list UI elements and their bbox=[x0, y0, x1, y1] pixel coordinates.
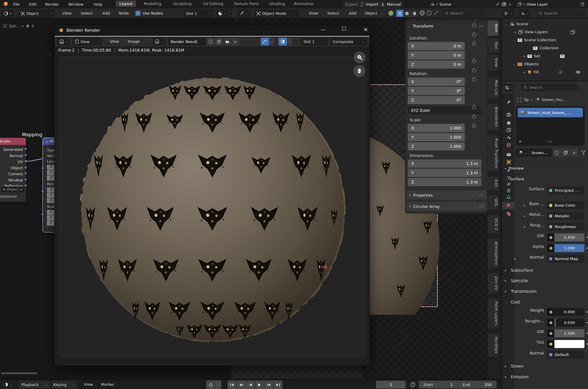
shading-solid-button[interactable] bbox=[396, 10, 403, 17]
outliner-row-view-layers[interactable]: ▸ View Layers bbox=[515, 28, 575, 36]
import-button[interactable]: Import bbox=[366, 2, 379, 7]
previous-keyframe-button[interactable] bbox=[237, 380, 246, 389]
gizmo-globe-icon[interactable] bbox=[426, 10, 432, 16]
coat-weight-slider[interactable]: 0.000 bbox=[547, 308, 584, 316]
properties-tab-view-layer[interactable] bbox=[503, 126, 514, 134]
timeline-menu-marker[interactable]: Marker bbox=[98, 382, 117, 387]
tab-edit[interactable]: Edit bbox=[488, 176, 499, 191]
outliner-row-collection[interactable]: Collection bbox=[533, 44, 559, 52]
current-frame-field[interactable]: 2 bbox=[376, 381, 406, 388]
ior-slider[interactable]: 1.450 bbox=[547, 233, 584, 241]
tab-pivot-transform[interactable]: Pivot Transform bbox=[488, 135, 499, 172]
open-image-button[interactable] bbox=[223, 38, 231, 45]
fake-user-button[interactable] bbox=[207, 38, 214, 45]
scale-x-field[interactable]: X1.000 bbox=[408, 124, 465, 132]
coat-ior-slider[interactable]: 1.500 bbox=[547, 329, 584, 337]
material-slot-selected[interactable]: brown_mud_leaves_... bbox=[518, 108, 583, 117]
tab-atmosphere[interactable]: Atmosphere bbox=[488, 238, 499, 269]
properties-search[interactable] bbox=[521, 84, 578, 91]
tab-mat-list[interactable]: Mat List bbox=[488, 77, 499, 99]
shader-menu-view[interactable]: View bbox=[59, 11, 75, 15]
overlays-globe-icon[interactable] bbox=[419, 10, 425, 16]
image-editor-type-button[interactable]: ⌄ bbox=[57, 38, 70, 45]
viewport-menu-view[interactable]: View bbox=[306, 11, 321, 15]
menu-edit[interactable]: Edit bbox=[26, 2, 39, 7]
image-name-field[interactable]: Render Result bbox=[168, 38, 206, 45]
lock-icons-column[interactable] bbox=[472, 20, 478, 163]
minimize-button[interactable]: — bbox=[321, 27, 325, 32]
properties-tab-tool[interactable] bbox=[503, 99, 514, 106]
render-window[interactable]: Blender Render — ✕ ⌄ View⌄ View Image ⌄ … bbox=[54, 24, 370, 366]
dimensions-x-field[interactable]: X1.3 m bbox=[408, 159, 481, 168]
viewport-menu-add[interactable]: Add bbox=[346, 11, 359, 15]
workspace-tab-sculpting[interactable]: Sculpting bbox=[170, 1, 195, 7]
tab-hardops[interactable]: HardOps bbox=[488, 333, 499, 357]
material-browse-button[interactable]: ⌄ bbox=[516, 148, 529, 157]
menu-file[interactable]: File bbox=[10, 2, 23, 7]
coat-tint-color[interactable] bbox=[547, 340, 584, 348]
view-layers-badge-icon[interactable] bbox=[570, 30, 575, 34]
workspace-tab-animation[interactable]: Animation bbox=[290, 1, 317, 7]
outliner-row-objects[interactable]: ⌄ Objects bbox=[513, 60, 539, 68]
shader-menu-select[interactable]: Select bbox=[78, 11, 96, 15]
dimensions-y-field[interactable]: Y1.3 m bbox=[408, 169, 481, 177]
metallic-input[interactable]: Metallic bbox=[547, 212, 584, 220]
view-transform-button[interactable] bbox=[261, 38, 269, 45]
play-reverse-button[interactable] bbox=[246, 380, 255, 389]
socket-mapping-scale[interactable] bbox=[41, 213, 44, 216]
surface-shader-dropdown[interactable]: Principled ... bbox=[547, 186, 584, 194]
unlink-scene-button[interactable]: × bbox=[508, 2, 512, 7]
socket-mapping-rotation[interactable] bbox=[41, 190, 44, 192]
close-button[interactable]: ✕ bbox=[363, 26, 368, 33]
properties-tab-render[interactable] bbox=[503, 111, 514, 118]
timeline-editor-type-button[interactable]: ⌄ bbox=[2, 381, 14, 388]
rotation-y-field[interactable]: Y0° bbox=[408, 87, 465, 95]
properties-tab-world[interactable] bbox=[503, 141, 514, 148]
transform-collapse-chevron[interactable]: ⌄ bbox=[408, 25, 411, 28]
surface-panel-header[interactable]: ⌄Surface bbox=[505, 174, 586, 181]
copy-view-layer-icon[interactable] bbox=[581, 2, 584, 6]
coat-normal-input[interactable]: Default bbox=[547, 351, 584, 359]
outliner-row-set[interactable]: ▸ Set bbox=[524, 52, 565, 60]
display-channels-chevron[interactable]: ⌄ bbox=[287, 38, 292, 45]
socket-mapping-vector[interactable] bbox=[41, 157, 44, 159]
tab-item[interactable]: Item bbox=[488, 20, 499, 36]
dimensions-z-field[interactable]: Z1.3 m bbox=[408, 178, 481, 186]
location-x-field[interactable]: X0 m bbox=[408, 42, 465, 50]
start-frame-field[interactable]: Start1 bbox=[419, 382, 458, 387]
circular-array-panel-header[interactable]: ▸Circular Array bbox=[407, 202, 487, 211]
pan-gizmo-button[interactable] bbox=[353, 65, 365, 77]
shading-rendered-button[interactable] bbox=[410, 10, 418, 17]
jump-to-end-button[interactable] bbox=[274, 380, 282, 389]
fake-user-button[interactable] bbox=[553, 148, 561, 157]
menu-render[interactable]: Render bbox=[42, 2, 62, 7]
outliner-display-mode-button[interactable]: ⌄ bbox=[519, 10, 530, 17]
preview-panel-header[interactable]: ▸Preview bbox=[505, 163, 586, 170]
render-window-titlebar[interactable]: Blender Render — ✕ bbox=[55, 25, 369, 36]
auto-keying-button[interactable] bbox=[206, 380, 215, 389]
shading-material-button[interactable] bbox=[403, 10, 410, 17]
material-datablock-dropdown[interactable]: ⌄ bbox=[216, 10, 229, 17]
properties-panel-header[interactable]: ▸Properties bbox=[407, 191, 487, 200]
viewport-menu-object[interactable]: Object bbox=[362, 11, 380, 15]
tab-view[interactable]: View bbox=[488, 54, 499, 71]
image-menu-image[interactable]: Image bbox=[125, 39, 143, 44]
properties-tab-collection[interactable] bbox=[503, 151, 514, 158]
playback-dropdown[interactable]: Playback⌄ bbox=[19, 381, 50, 388]
outliner-row-scene-collection[interactable]: ⌄ Scene Collection bbox=[513, 36, 556, 44]
panel-grip[interactable] bbox=[479, 194, 484, 196]
location-z-field[interactable]: Z0 m bbox=[408, 60, 465, 69]
use-nodes-label[interactable]: Use Nodes bbox=[143, 11, 163, 15]
transform-panel-title[interactable]: Transform bbox=[413, 24, 434, 29]
render-pass-dropdown[interactable]: Composite⌄ bbox=[330, 38, 367, 45]
view-transform-chevron[interactable]: ⌄ bbox=[269, 38, 274, 45]
breadcrumb-object-name[interactable]: Sp bbox=[524, 97, 529, 102]
scene-name[interactable]: Scene bbox=[440, 2, 494, 7]
play-button[interactable] bbox=[255, 380, 264, 389]
normal-input[interactable]: Normal Map bbox=[547, 255, 584, 263]
timeline-menu-view[interactable]: View bbox=[81, 382, 96, 387]
view-layer-name[interactable]: View Layer bbox=[527, 2, 579, 7]
next-keyframe-button[interactable] bbox=[264, 380, 273, 389]
specular-section[interactable]: ▸Specular bbox=[502, 276, 588, 285]
auto-keying-chevron[interactable]: ⌄ bbox=[215, 380, 221, 389]
